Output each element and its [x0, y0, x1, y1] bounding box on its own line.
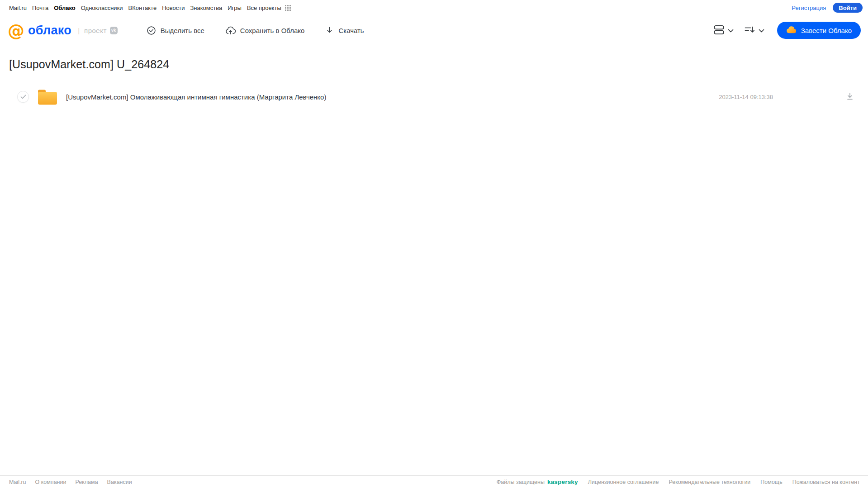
kaspersky-protection: Файлы защищены kaspersky: [497, 479, 578, 485]
view-mode-button[interactable]: [714, 25, 734, 36]
logo-text: облако: [28, 24, 71, 38]
portal-link-news[interactable]: Новости: [162, 5, 185, 11]
download-button[interactable]: Скачать: [325, 26, 364, 35]
portal-auth: Регистрация Войти: [792, 3, 863, 13]
select-all-button[interactable]: Выделить все: [147, 26, 204, 35]
kaspersky-logo[interactable]: kaspersky: [547, 479, 578, 485]
footer-link-report[interactable]: Пожаловаться на контент: [792, 479, 860, 485]
footer: Mail.ru О компании Реклама Вакансии Файл…: [0, 475, 868, 488]
app-header: @ облако | проект vk Выделить все: [0, 15, 868, 45]
logo-divider: |: [78, 27, 80, 34]
select-all-label: Выделить все: [161, 27, 204, 34]
register-link[interactable]: Регистрация: [792, 5, 826, 11]
portal-link-mailru[interactable]: Mail.ru: [9, 5, 27, 11]
portal-link-all-projects[interactable]: Все проекты: [247, 5, 291, 11]
project-vk-label: проект: [84, 27, 107, 34]
footer-link-ads[interactable]: Реклама: [75, 479, 98, 485]
download-label: Скачать: [338, 27, 364, 34]
portal-link-mail[interactable]: Почта: [32, 5, 48, 11]
portal-nav: Mail.ru Почта Облако Одноклассники ВКонт…: [9, 5, 291, 11]
portal-link-cloud[interactable]: Облако: [54, 5, 76, 11]
main-content: [UsupovMarket.com] U_264824: [0, 58, 868, 107]
list-view-icon: [714, 25, 725, 36]
footer-link-license[interactable]: Лицензионное соглашение: [588, 479, 659, 485]
cloud-logo[interactable]: @ облако | проект vk: [8, 22, 118, 39]
chevron-down-icon: [759, 27, 764, 34]
footer-link-help[interactable]: Помощь: [760, 479, 782, 485]
portal-link-vkontakte[interactable]: ВКонтакте: [128, 5, 157, 11]
row-checkbox[interactable]: [17, 91, 29, 103]
mailru-at-icon: @: [8, 22, 24, 39]
all-projects-label: Все проекты: [247, 5, 281, 11]
file-row[interactable]: [UsupovMarket.com] Омолаживающая интимна…: [9, 86, 868, 107]
footer-link-about[interactable]: О компании: [35, 479, 66, 485]
page-title: [UsupovMarket.com] U_264824: [9, 58, 868, 71]
header-right: Завести Облако: [714, 22, 861, 39]
footer-right-links: Файлы защищены kaspersky Лицензионное со…: [497, 479, 860, 485]
footer-left-links: Mail.ru О компании Реклама Вакансии: [9, 479, 132, 485]
sort-descending-icon: [745, 26, 755, 35]
folder-icon: [37, 88, 58, 105]
file-date: 2023-11-14 09:13:38: [719, 94, 773, 100]
vk-icon: vk: [110, 27, 118, 34]
portal-link-dating[interactable]: Знакомства: [190, 5, 222, 11]
footer-link-mailru[interactable]: Mail.ru: [9, 479, 26, 485]
files-protected-label: Файлы защищены: [497, 479, 545, 485]
footer-link-jobs[interactable]: Вакансии: [107, 479, 132, 485]
cloud-public-page: Mail.ru Почта Облако Одноклассники ВКонт…: [0, 0, 868, 488]
chevron-down-icon: [728, 27, 734, 34]
save-to-cloud-label: Сохранить в Облако: [240, 27, 305, 34]
cloud-upload-icon: [225, 26, 236, 35]
save-to-cloud-button[interactable]: Сохранить в Облако: [225, 26, 305, 35]
create-cloud-button[interactable]: Завести Облако: [777, 22, 861, 39]
portal-link-odnoklassniki[interactable]: Одноклассники: [81, 5, 123, 11]
footer-link-recommendations[interactable]: Рекомендательные технологии: [669, 479, 750, 485]
check-circle-icon: [147, 26, 156, 35]
create-cloud-label: Завести Облако: [801, 27, 852, 34]
apps-grid-icon: [285, 5, 291, 11]
sort-button[interactable]: [745, 26, 764, 35]
portal-link-games[interactable]: Игры: [228, 5, 242, 11]
portal-bar: Mail.ru Почта Облако Одноклассники ВКонт…: [0, 0, 868, 15]
orange-cloud-icon: [786, 26, 797, 35]
toolbar: Выделить все Сохранить в Облако Скача: [147, 26, 364, 35]
login-button[interactable]: Войти: [833, 3, 863, 13]
row-download-button[interactable]: [845, 92, 854, 102]
download-icon: [845, 92, 854, 102]
file-name-link[interactable]: [UsupovMarket.com] Омолаживающая интимна…: [66, 93, 326, 101]
download-arrow-icon: [325, 26, 334, 35]
